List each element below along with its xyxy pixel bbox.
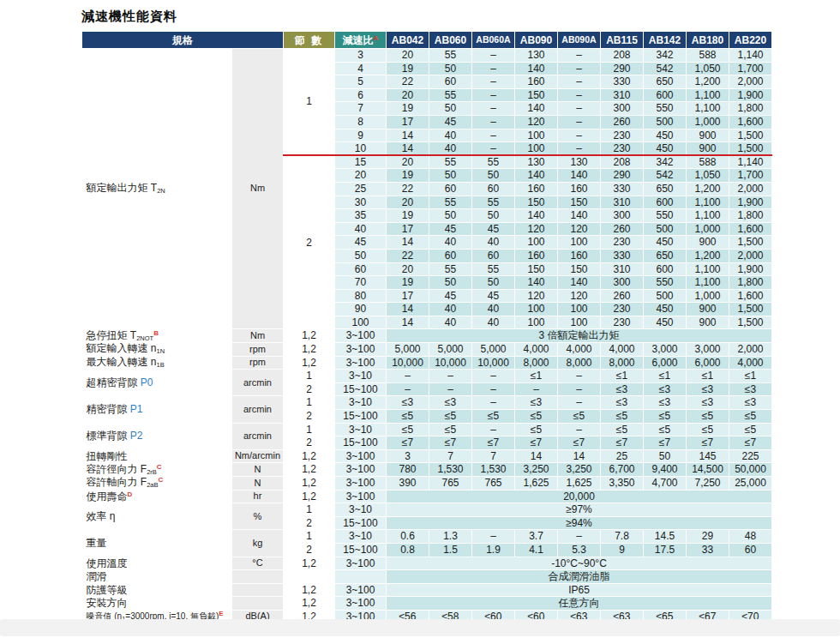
stage-cell: 1,2 <box>284 449 335 463</box>
value-cell: 450 <box>644 303 687 316</box>
footnote-marker: C <box>157 463 162 471</box>
value-cell: – <box>558 142 601 156</box>
ratio-cell: 90 <box>335 303 387 316</box>
page-edge <box>0 619 840 636</box>
value-cell: 120 <box>558 222 601 236</box>
value-cell: 330 <box>601 249 644 262</box>
value-cell: 160 <box>515 182 558 196</box>
column-header-model-AB090: AB090 <box>515 32 558 49</box>
value-cell: 0.6 <box>387 530 429 544</box>
stage-cell: 1 <box>284 49 335 156</box>
label-text: 效率 η <box>87 510 116 522</box>
label-text: 扭轉剛性 <box>87 450 128 462</box>
value-cell: ≤5 <box>601 410 644 424</box>
label-text: P0 <box>141 376 153 388</box>
ratio-cell: 9 <box>335 129 387 142</box>
value-cell: 48 <box>729 530 772 544</box>
unit-cell: kg <box>232 530 284 557</box>
value-cell: 14 <box>387 303 429 316</box>
spec-label: 精密背隙 P1 <box>82 396 232 423</box>
value-cell: 342 <box>644 49 687 63</box>
value-cell: ≤7 <box>729 436 772 450</box>
value-cell: ≤7 <box>429 436 472 450</box>
column-header-model-AB060: AB060 <box>429 32 472 49</box>
value-cell: 55 <box>429 196 472 209</box>
value-cell: 4,000 <box>558 343 601 357</box>
stage-cell: 1,2 <box>284 463 335 477</box>
value-cell: 230 <box>601 303 644 316</box>
value-cell: 17 <box>387 115 429 129</box>
value-cell: 1,625 <box>558 477 601 491</box>
value-cell: – <box>558 88 601 102</box>
unit-cell: N <box>232 463 284 477</box>
label-text: 重量 <box>87 537 107 549</box>
footnote-marker: C <box>159 476 164 484</box>
value-cell: ≤5 <box>687 423 729 436</box>
value-cell: 100 <box>515 129 558 142</box>
value-cell: 120 <box>515 289 558 303</box>
stage-cell: 1,2 <box>284 329 335 343</box>
unit-cell: rpm <box>232 343 284 357</box>
value-cell: ≤5 <box>387 423 429 436</box>
value-cell: 1,600 <box>729 289 772 303</box>
value-cell: ≤1 <box>687 370 729 383</box>
value-cell: 1,625 <box>515 477 558 491</box>
label-text: 使用溫度 <box>87 557 128 569</box>
value-cell: 40 <box>429 142 472 156</box>
value-cell: 542 <box>644 62 687 75</box>
value-cell: 3 <box>387 449 429 463</box>
value-cell: 4,000 <box>601 343 644 357</box>
ratio-cell: 15 <box>335 155 387 169</box>
spec-label: 使用壽命D <box>82 490 232 503</box>
ratio-cell: 10 <box>335 142 387 156</box>
value-cell: – <box>558 382 601 396</box>
value-cell: ≤7 <box>515 436 558 450</box>
value-cell: 225 <box>729 449 772 463</box>
stage-cell: 1,2 <box>284 490 335 503</box>
value-cell: 310 <box>601 88 644 102</box>
value-cell: 588 <box>687 155 729 169</box>
value-cell: – <box>515 382 558 396</box>
value-cell: 290 <box>601 169 644 183</box>
value-cell: 100 <box>558 236 601 250</box>
value-cell: 330 <box>601 182 644 196</box>
value-cell: 1,500 <box>729 236 772 250</box>
value-cell: 100 <box>515 303 558 316</box>
spec-label: 容許軸向力 F2aBC <box>82 477 232 491</box>
value-cell: 150 <box>558 262 601 276</box>
column-header-ratio: 減速比A <box>335 32 387 49</box>
unit-cell: °C <box>232 557 284 570</box>
unit-cell <box>232 570 284 584</box>
value-cell: 140 <box>515 276 558 290</box>
value-cell: 14 <box>387 129 429 142</box>
value-cell: 450 <box>644 129 687 142</box>
value-cell: 130 <box>515 49 558 63</box>
value-cell: 25 <box>601 449 644 463</box>
value-cell: 8,000 <box>601 356 644 370</box>
label-text: 最大輸入轉速 n <box>87 356 157 368</box>
stage-cell: 2 <box>284 516 335 530</box>
value-cell: 7,250 <box>687 477 729 491</box>
value-cell: 1,900 <box>729 262 772 276</box>
value-cell: 1,100 <box>687 209 729 223</box>
value-cell: 17 <box>387 222 429 236</box>
value-cell: 14,500 <box>687 463 729 477</box>
value-cell: 120 <box>558 289 601 303</box>
value-cell: – <box>558 423 601 436</box>
value-cell: 500 <box>644 222 687 236</box>
value-cell: 55 <box>472 155 515 169</box>
value-cell: 14 <box>387 236 429 250</box>
value-cell: 330 <box>601 75 644 89</box>
value-cell: 290 <box>601 62 644 75</box>
ratio-cell: 3~10 <box>335 530 387 544</box>
value-cell: 650 <box>644 249 687 262</box>
spec-label: 潤滑 <box>82 570 232 584</box>
value-cell: 6,000 <box>644 356 687 370</box>
column-header-model-AB142: AB142 <box>644 32 687 49</box>
value-cell: – <box>472 88 515 102</box>
value-cell: 1,140 <box>729 49 772 63</box>
value-cell: ≤3 <box>729 382 772 396</box>
value-cell: 7 <box>429 449 472 463</box>
unit-cell: hr <box>232 490 284 503</box>
value-cell: 19 <box>387 209 429 223</box>
